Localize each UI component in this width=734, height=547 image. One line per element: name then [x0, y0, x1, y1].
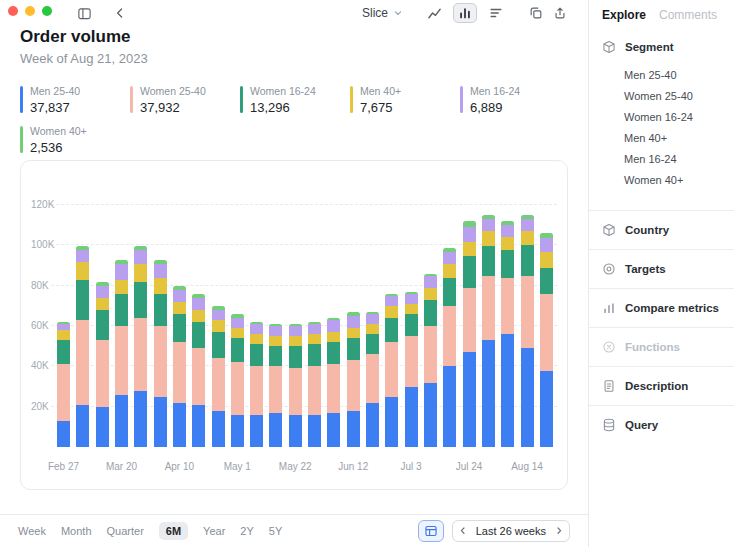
- x-tick-cell: Jun 12: [347, 461, 360, 474]
- app-window: Slice: [0, 0, 734, 547]
- x-tick-cell: [424, 461, 437, 474]
- bar-segment: [289, 415, 302, 447]
- segment-item[interactable]: Men 25-40: [624, 64, 734, 85]
- bar-segment: [327, 332, 340, 342]
- legend-item[interactable]: Women 25-4037,932: [130, 85, 240, 115]
- chart-bar[interactable]: [231, 314, 244, 447]
- segment-item[interactable]: Men 16-24: [624, 148, 734, 169]
- duplicate-button[interactable]: [524, 3, 548, 23]
- legend-value: 6,889: [470, 100, 520, 115]
- sidebar-section-label: Country: [625, 224, 669, 236]
- segment-item[interactable]: Women 16-24: [624, 106, 734, 127]
- chart-bar[interactable]: [405, 292, 418, 447]
- legend-item[interactable]: Men 16-246,889: [460, 85, 570, 115]
- chart-bar[interactable]: [308, 322, 321, 447]
- legend-text: Women 16-2413,296: [250, 85, 316, 115]
- range-6m[interactable]: 6M: [159, 522, 188, 540]
- calendar-button[interactable]: [418, 520, 444, 542]
- chart-bar[interactable]: [173, 286, 186, 447]
- bar-segment: [540, 268, 553, 295]
- chart-bar[interactable]: [327, 318, 340, 447]
- chart-bar[interactable]: [385, 294, 398, 447]
- bar-segment: [250, 366, 263, 414]
- prev-period-button[interactable]: [453, 521, 473, 541]
- legend: Men 25-4037,837Women 25-4037,932Women 16…: [20, 85, 572, 155]
- chart-bar[interactable]: [134, 246, 147, 447]
- bar-segment: [443, 278, 456, 306]
- panel-icon: [77, 6, 92, 21]
- chart-bar[interactable]: [540, 233, 553, 447]
- bar-segment: [57, 340, 70, 364]
- legend-item[interactable]: Women 16-2413,296: [240, 85, 350, 115]
- sidebar-section-functions[interactable]: Functions: [589, 327, 734, 366]
- sidebar-toggle-button[interactable]: [72, 3, 96, 23]
- bar-segment: [501, 278, 514, 334]
- bar-segment: [134, 250, 147, 264]
- bar-segment: [76, 405, 89, 447]
- chart-bar[interactable]: [192, 294, 205, 447]
- explore-tab[interactable]: Explore: [602, 8, 646, 22]
- range-5y[interactable]: 5Y: [269, 525, 282, 537]
- back-button[interactable]: [108, 3, 132, 23]
- bar-segment: [134, 282, 147, 318]
- chart-bar[interactable]: [347, 312, 360, 447]
- bar-segment: [424, 383, 437, 448]
- chart-bar[interactable]: [212, 306, 225, 447]
- chart-bar[interactable]: [521, 215, 534, 447]
- legend-item[interactable]: Men 40+7,675: [350, 85, 460, 115]
- sidebar-section-targets[interactable]: Targets: [589, 249, 734, 288]
- segment-item[interactable]: Women 25-40: [624, 85, 734, 106]
- chart-bar[interactable]: [57, 322, 70, 447]
- slice-dropdown[interactable]: Slice: [362, 6, 404, 20]
- legend-label: Women 16-24: [250, 85, 316, 97]
- chart-bar[interactable]: [269, 324, 282, 447]
- chart-bar[interactable]: [443, 248, 456, 447]
- sidebar-section-compare-metrics[interactable]: Compare metrics: [589, 288, 734, 327]
- x-tick-cell: [385, 461, 398, 474]
- chart-bar[interactable]: [366, 312, 379, 447]
- zoom-button[interactable]: [42, 6, 52, 16]
- chart-bar[interactable]: [424, 274, 437, 447]
- sidebar-section-country[interactable]: Country: [589, 210, 734, 249]
- bar-chart-button[interactable]: [453, 3, 477, 23]
- chart-bar[interactable]: [76, 246, 89, 447]
- line-chart-button[interactable]: [422, 3, 446, 23]
- list-view-button[interactable]: [484, 3, 508, 23]
- share-button[interactable]: [548, 3, 572, 23]
- header: Order volume Week of Aug 21, 2023: [20, 27, 148, 66]
- document-icon: [602, 379, 616, 393]
- chart-bar[interactable]: [115, 260, 128, 447]
- segment-item[interactable]: Women 40+: [624, 169, 734, 190]
- range-2y[interactable]: 2Y: [240, 525, 253, 537]
- legend-chip: [350, 86, 353, 113]
- range-year[interactable]: Year: [203, 525, 225, 537]
- bar-segment: [521, 219, 534, 231]
- segment-item[interactable]: Men 40+: [624, 127, 734, 148]
- chart-bar[interactable]: [463, 221, 476, 447]
- chart-bar[interactable]: [96, 282, 109, 447]
- legend-item[interactable]: Men 25-4037,837: [20, 85, 130, 115]
- bar-segment: [115, 280, 128, 294]
- sidebar-section-query[interactable]: Query: [589, 405, 734, 444]
- legend-value: 7,675: [360, 100, 401, 115]
- minimize-button[interactable]: [25, 6, 35, 16]
- range-week[interactable]: Week: [18, 525, 46, 537]
- next-period-button[interactable]: [549, 521, 569, 541]
- close-button[interactable]: [8, 6, 18, 16]
- legend-item[interactable]: Women 40+2,536: [20, 125, 130, 155]
- sidebar-section-segment[interactable]: Segment: [589, 22, 734, 64]
- chart-bar[interactable]: [501, 221, 514, 447]
- chart-bar[interactable]: [289, 324, 302, 447]
- bar-segment: [385, 306, 398, 318]
- page-subtitle: Week of Aug 21, 2023: [20, 51, 148, 66]
- legend-label: Men 40+: [360, 85, 401, 97]
- bar-segment: [443, 252, 456, 264]
- chart-bar[interactable]: [154, 260, 167, 447]
- range-month[interactable]: Month: [61, 525, 92, 537]
- chart-bar[interactable]: [482, 215, 495, 447]
- sidebar-section-description[interactable]: Description: [589, 366, 734, 405]
- bar-segment: [269, 366, 282, 412]
- chart-bar[interactable]: [250, 322, 263, 447]
- range-quarter[interactable]: Quarter: [107, 525, 144, 537]
- comments-tab[interactable]: Comments: [659, 8, 717, 22]
